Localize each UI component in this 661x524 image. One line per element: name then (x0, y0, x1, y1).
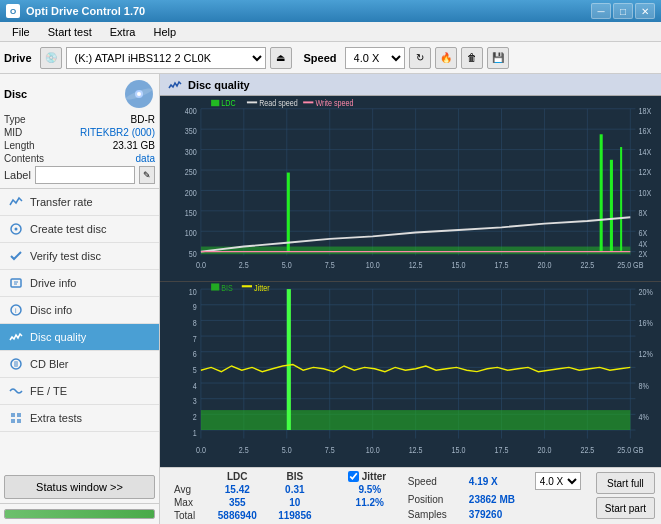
svg-rect-14 (17, 413, 21, 417)
svg-text:7.5: 7.5 (325, 261, 335, 271)
nav-item-create-test-disc[interactable]: Create test disc (0, 216, 159, 243)
nav-label-disc-quality: Disc quality (30, 331, 86, 343)
main-layout: Disc Type BD-R MID RITEKBR2 (000) Length… (0, 74, 661, 524)
svg-rect-125 (287, 289, 291, 430)
max-label: Max (166, 496, 207, 509)
jitter-checkbox[interactable] (348, 471, 359, 482)
close-button[interactable]: ✕ (635, 3, 655, 19)
menu-extra[interactable]: Extra (102, 24, 144, 40)
svg-rect-70 (211, 100, 219, 106)
svg-text:7: 7 (193, 333, 197, 344)
top-chart: 400 350 300 250 200 150 100 50 18X 16X 1… (160, 96, 661, 282)
content-area: Disc quality (160, 74, 661, 524)
menu-bar: File Start test Extra Help (0, 22, 661, 42)
charts-container: 400 350 300 250 200 150 100 50 18X 16X 1… (160, 96, 661, 467)
label-input[interactable] (35, 166, 135, 184)
stats-right-panel: Speed 4.19 X 4.0 X Position 23862 MB Sam… (408, 470, 588, 522)
nav-items: Transfer rate Create test disc Verify te… (0, 189, 159, 471)
svg-text:16X: 16X (639, 127, 652, 137)
status-window-button[interactable]: Status window >> (4, 475, 155, 499)
label-edit-button[interactable]: ✎ (139, 166, 155, 184)
avg-ldc: 15.42 (207, 483, 268, 496)
menu-help[interactable]: Help (145, 24, 184, 40)
avg-bis: 0.31 (268, 483, 322, 496)
minimize-button[interactable]: ─ (591, 3, 611, 19)
svg-rect-69 (620, 147, 622, 252)
samples-label: Samples (408, 509, 463, 520)
svg-text:50: 50 (189, 249, 197, 259)
svg-rect-68 (610, 160, 613, 252)
start-part-button[interactable]: Start part (596, 497, 655, 519)
nav-item-disc-quality[interactable]: Disc quality (0, 324, 159, 351)
create-test-disc-icon (8, 221, 24, 237)
total-label: Total (166, 509, 207, 522)
svg-text:250: 250 (185, 167, 197, 177)
nav-label-verify-test-disc: Verify test disc (30, 250, 101, 262)
svg-text:15.0: 15.0 (452, 444, 466, 455)
svg-text:4%: 4% (639, 411, 650, 422)
disc-quality-header: Disc quality (160, 74, 661, 96)
drive-select[interactable]: (K:) ATAPI iHBS112 2 CL0K (66, 47, 266, 69)
title-bar: O Opti Drive Control 1.70 ─ □ ✕ (0, 0, 661, 22)
svg-text:Jitter: Jitter (254, 282, 270, 293)
svg-text:9: 9 (193, 301, 197, 312)
svg-rect-6 (11, 279, 21, 287)
save-button[interactable]: 💾 (487, 47, 509, 69)
disc-quality-title: Disc quality (188, 79, 250, 91)
stats-avg-row: Avg 15.42 0.31 9.5% (166, 483, 400, 496)
svg-text:12X: 12X (639, 167, 652, 177)
nav-item-cd-bler[interactable]: CD Bler (0, 351, 159, 378)
svg-text:8: 8 (193, 317, 197, 328)
svg-text:200: 200 (185, 188, 197, 198)
nav-item-disc-info[interactable]: i Disc info (0, 297, 159, 324)
drive-info-icon (8, 275, 24, 291)
speed-stat-select[interactable]: 4.0 X (535, 472, 581, 490)
avg-label: Avg (166, 483, 207, 496)
burn-button[interactable]: 🔥 (435, 47, 457, 69)
svg-text:17.5: 17.5 (495, 444, 509, 455)
nav-item-verify-test-disc[interactable]: Verify test disc (0, 243, 159, 270)
sidebar-progress-bar (4, 509, 155, 519)
menu-start-test[interactable]: Start test (40, 24, 100, 40)
length-value: 23.31 GB (113, 140, 155, 151)
fe-te-icon (8, 383, 24, 399)
nav-item-transfer-rate[interactable]: Transfer rate (0, 189, 159, 216)
nav-item-drive-info[interactable]: Drive info (0, 270, 159, 297)
svg-text:300: 300 (185, 147, 197, 157)
start-full-button[interactable]: Start full (596, 472, 655, 494)
top-chart-svg: 400 350 300 250 200 150 100 50 18X 16X 1… (160, 96, 661, 281)
label-label: Label (4, 169, 31, 181)
speed-select[interactable]: 4.0 X (345, 47, 405, 69)
svg-text:10: 10 (189, 286, 197, 297)
svg-rect-66 (287, 173, 290, 252)
avg-jitter: 9.5% (340, 483, 400, 496)
speed-stat-value: 4.19 X (469, 476, 529, 487)
svg-rect-65 (201, 247, 630, 255)
svg-text:0.0: 0.0 (196, 261, 206, 271)
nav-item-extra-tests[interactable]: Extra tests (0, 405, 159, 432)
length-label: Length (4, 140, 35, 151)
total-ldc: 5886940 (207, 509, 268, 522)
svg-text:Read speed: Read speed (259, 98, 298, 108)
drive-icon-btn[interactable]: 💿 (40, 47, 62, 69)
disc-panel: Disc Type BD-R MID RITEKBR2 (000) Length… (0, 74, 159, 189)
stats-total-row: Total 5886940 119856 (166, 509, 400, 522)
svg-text:2.5: 2.5 (239, 444, 249, 455)
transfer-rate-icon (8, 194, 24, 210)
eject-button[interactable]: ⏏ (270, 47, 292, 69)
extra-tests-icon (8, 410, 24, 426)
svg-text:1: 1 (193, 427, 197, 438)
speed-stat-label: Speed (408, 476, 463, 487)
svg-text:3: 3 (193, 395, 197, 406)
nav-label-create-test-disc: Create test disc (30, 223, 106, 235)
svg-text:i: i (15, 307, 17, 314)
app-icon: O (6, 4, 20, 18)
menu-file[interactable]: File (4, 24, 38, 40)
erase-button[interactable]: 🗑 (461, 47, 483, 69)
refresh-button[interactable]: ↻ (409, 47, 431, 69)
svg-text:20%: 20% (639, 286, 654, 297)
svg-text:2: 2 (193, 411, 197, 422)
nav-item-fe-te[interactable]: FE / TE (0, 378, 159, 405)
maximize-button[interactable]: □ (613, 3, 633, 19)
disc-icon (123, 78, 155, 110)
